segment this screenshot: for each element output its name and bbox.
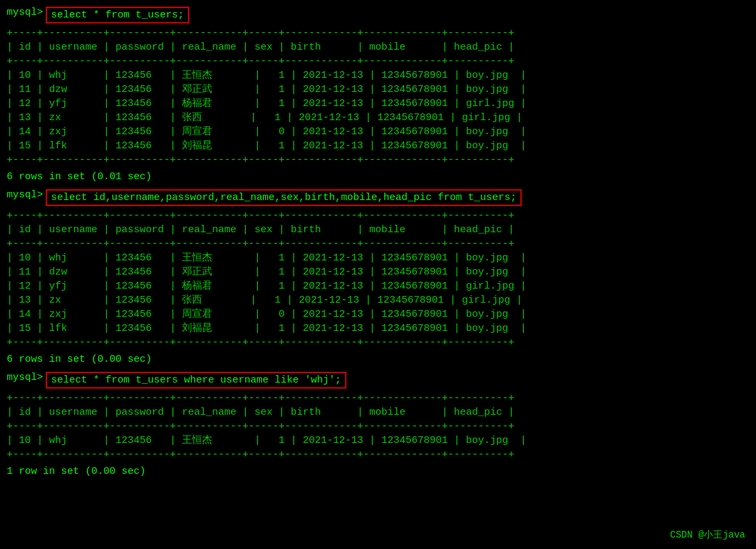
sql-statement: select * from t_users; <box>46 7 189 23</box>
query-result-table: +----+----------+----------+-----------+… <box>7 209 749 350</box>
table-row: | 10 | whj | 123456 | 王恒杰 | 1 | 2021-12-… <box>7 434 749 448</box>
watermark: CSDN @小王java <box>670 529 745 541</box>
table-row: | 11 | dzw | 123456 | 邓正武 | 1 | 2021-12-… <box>7 83 749 97</box>
mysql-prompt: mysql> <box>7 7 43 18</box>
table-row: | 13 | zx | 123456 | 张西 | 1 | 2021-12-13… <box>7 293 749 307</box>
table-divider: +----+----------+----------+-----------+… <box>7 153 749 167</box>
table-divider: +----+----------+----------+-----------+… <box>7 448 749 462</box>
table-divider: +----+----------+----------+-----------+… <box>7 419 749 434</box>
mysql-prompt: mysql> <box>7 189 43 201</box>
sql-statement: select id,username,password,real_name,se… <box>46 189 522 206</box>
result-info: 6 rows in set (0.00 sec) <box>7 354 749 365</box>
table-header-row: | id | username | password | real_name |… <box>7 40 749 54</box>
table-divider: +----+----------+----------+-----------+… <box>7 209 749 223</box>
result-info: 6 rows in set (0.01 sec) <box>7 171 749 183</box>
table-row: | 15 | lfk | 123456 | 刘福昆 | 1 | 2021-12-… <box>7 139 749 153</box>
table-header-row: | id | username | password | real_name |… <box>7 405 749 419</box>
mysql-prompt: mysql> <box>7 372 43 383</box>
query-block-2: mysql> select id,username,password,real_… <box>7 189 749 365</box>
table-row: | 13 | zx | 123456 | 张西 | 1 | 2021-12-13… <box>7 111 749 125</box>
sql-statement: select * from t_users where username lik… <box>46 372 346 389</box>
table-row: | 10 | whj | 123456 | 王恒杰 | 1 | 2021-12-… <box>7 251 749 265</box>
table-row: | 11 | dzw | 123456 | 邓正武 | 1 | 2021-12-… <box>7 265 749 279</box>
prompt-line-3: mysql> select * from t_users where usern… <box>7 372 749 389</box>
query-result-table: +----+----------+----------+-----------+… <box>7 26 749 167</box>
query-block-1: mysql> select * from t_users;+----+-----… <box>7 7 749 183</box>
table-row: | 12 | yfj | 123456 | 杨福君 | 1 | 2021-12-… <box>7 279 749 293</box>
table-row: | 14 | zxj | 123456 | 周宣君 | 0 | 2021-12-… <box>7 125 749 139</box>
table-divider: +----+----------+----------+-----------+… <box>7 391 749 405</box>
table-row: | 15 | lfk | 123456 | 刘福昆 | 1 | 2021-12-… <box>7 321 749 336</box>
table-row: | 10 | whj | 123456 | 王恒杰 | 1 | 2021-12-… <box>7 68 749 83</box>
query-block-3: mysql> select * from t_users where usern… <box>7 372 749 477</box>
table-header-row: | id | username | password | real_name |… <box>7 223 749 237</box>
table-divider: +----+----------+----------+-----------+… <box>7 54 749 68</box>
table-row: | 14 | zxj | 123456 | 周宣君 | 0 | 2021-12-… <box>7 307 749 321</box>
table-row: | 12 | yfj | 123456 | 杨福君 | 1 | 2021-12-… <box>7 97 749 111</box>
prompt-line-1: mysql> select * from t_users; <box>7 7 749 23</box>
table-divider: +----+----------+----------+-----------+… <box>7 237 749 251</box>
table-divider: +----+----------+----------+-----------+… <box>7 26 749 40</box>
result-info: 1 row in set (0.00 sec) <box>7 466 749 477</box>
table-divider: +----+----------+----------+-----------+… <box>7 336 749 350</box>
query-result-table: +----+----------+----------+-----------+… <box>7 391 749 462</box>
prompt-line-2: mysql> select id,username,password,real_… <box>7 189 749 206</box>
